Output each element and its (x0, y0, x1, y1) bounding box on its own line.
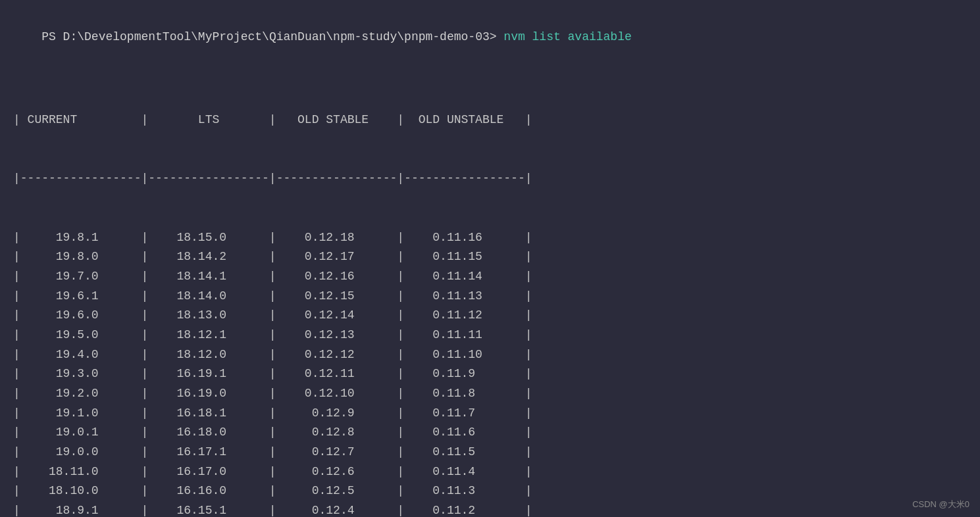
table-row: | 19.0.0 | 16.17.1 | 0.12.7 | 0.11.5 | (13, 443, 967, 462)
table-row: | 19.8.1 | 18.15.0 | 0.12.18 | 0.11.16 | (13, 228, 967, 248)
table-separator: |-----------------|-----------------|---… (13, 169, 967, 189)
table-row: | 19.2.0 | 16.19.0 | 0.12.10 | 0.11.8 | (13, 384, 967, 404)
table-row: | 19.1.0 | 16.18.1 | 0.12.9 | 0.11.7 | (13, 404, 967, 424)
table-row: | 19.0.1 | 16.18.0 | 0.12.8 | 0.11.6 | (13, 423, 967, 443)
table-row: | 18.10.0 | 16.16.0 | 0.12.5 | 0.11.3 | (13, 481, 967, 501)
watermark: CSDN @大米0 (912, 499, 969, 510)
command-text: nvm list available (503, 30, 631, 43)
table-row: | 19.4.0 | 18.12.0 | 0.12.12 | 0.11.10 | (13, 345, 967, 365)
command-line: PS D:\DevelopmentTool\MyProject\QianDuan… (13, 11, 967, 64)
nvm-table: | CURRENT | LTS | OLD STABLE | OLD UNSTA… (13, 72, 967, 517)
table-header: | CURRENT | LTS | OLD STABLE | OLD UNSTA… (13, 111, 967, 130)
terminal-window: PS D:\DevelopmentTool\MyProject\QianDuan… (13, 11, 967, 506)
table-row: | 18.9.1 | 16.15.1 | 0.12.4 | 0.11.2 | (13, 501, 967, 517)
table-row: | 19.6.1 | 18.14.0 | 0.12.15 | 0.11.13 | (13, 287, 967, 307)
table-row: | 19.3.0 | 16.19.1 | 0.12.11 | 0.11.9 | (13, 364, 967, 384)
table-row: | 19.6.0 | 18.13.0 | 0.12.14 | 0.11.12 | (13, 306, 967, 326)
table-row: | 19.5.0 | 18.12.1 | 0.12.13 | 0.11.11 | (13, 326, 967, 345)
command-prompt: PS D:\DevelopmentTool\MyProject\QianDuan… (41, 30, 503, 43)
table-row: | 19.8.0 | 18.14.2 | 0.12.17 | 0.11.15 | (13, 247, 967, 267)
table-row: | 18.11.0 | 16.17.0 | 0.12.6 | 0.11.4 | (13, 462, 967, 482)
table-row: | 19.7.0 | 18.14.1 | 0.12.16 | 0.11.14 | (13, 267, 967, 287)
